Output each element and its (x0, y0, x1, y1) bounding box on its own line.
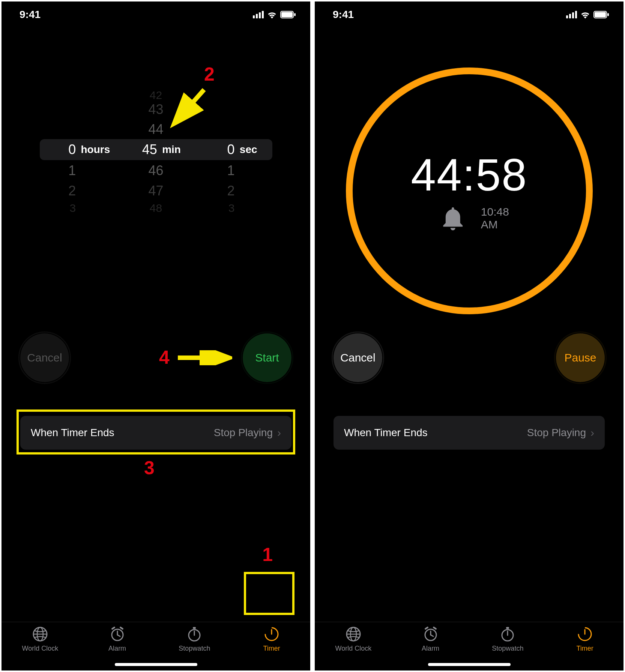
picker-hours[interactable]: 0 hours 1 2 3 (40, 88, 117, 212)
svg-rect-32 (506, 627, 509, 629)
tab-world-clock[interactable]: World Clock (2, 626, 79, 670)
globe-icon (32, 626, 48, 642)
svg-rect-15 (193, 627, 196, 629)
screenshot-right: 9:41 44:58 10:48 AM Cancel Pause When Ti… (315, 2, 623, 670)
cellular-icon (566, 11, 577, 18)
svg-line-27 (431, 635, 433, 636)
status-bar: 9:41 (2, 2, 310, 28)
globe-icon (345, 626, 362, 642)
tab-timer[interactable]: Timer (546, 626, 623, 670)
picker-hours-label: hours (81, 144, 110, 156)
svg-line-29 (434, 627, 436, 629)
annotation-1: 1 (262, 544, 273, 566)
tab-timer[interactable]: Timer (233, 626, 310, 670)
status-time: 9:41 (333, 9, 354, 21)
picker-minutes-selected: 45 (117, 139, 195, 160)
picker-seconds-label: sec (240, 144, 257, 156)
svg-line-11 (112, 627, 114, 629)
battery-icon (593, 11, 609, 18)
cancel-button: Cancel (20, 333, 69, 382)
svg-rect-19 (595, 12, 606, 17)
stopwatch-icon (499, 626, 516, 642)
picker-minutes-label: min (162, 144, 181, 156)
annotation-box-1 (244, 572, 294, 615)
annotation-box-3 (17, 410, 295, 454)
svg-rect-20 (607, 13, 609, 16)
when-timer-ends-row[interactable]: When Timer Ends Stop Playing › (334, 416, 605, 450)
svg-line-12 (120, 627, 123, 629)
alarm-icon (109, 626, 126, 642)
ends-value: Stop Playing (527, 427, 586, 439)
home-indicator[interactable] (115, 663, 197, 666)
status-bar: 9:41 (315, 2, 623, 28)
annotation-arrow-4 (176, 350, 232, 365)
pause-button[interactable]: Pause (556, 333, 605, 382)
cancel-button[interactable]: Cancel (334, 333, 382, 382)
start-button[interactable]: Start (243, 333, 291, 382)
timer-icon (577, 626, 593, 642)
svg-rect-2 (294, 13, 296, 16)
svg-line-10 (117, 635, 120, 636)
annotation-3: 3 (144, 457, 155, 479)
countdown-time: 44:58 (411, 149, 527, 201)
chevron-right-icon: › (590, 426, 594, 439)
status-icons (566, 10, 609, 19)
alarm-icon (422, 626, 439, 642)
ends-label: When Timer Ends (344, 427, 428, 439)
svg-line-28 (425, 627, 428, 629)
stopwatch-icon (186, 626, 203, 642)
picker-seconds-selected: 0 (195, 139, 272, 160)
svg-rect-1 (281, 12, 293, 17)
annotation-2: 2 (204, 63, 215, 85)
time-picker[interactable]: 0 hours 1 2 3 42 43 44 45 min 46 47 48 (40, 88, 272, 212)
home-indicator[interactable] (428, 663, 511, 666)
countdown-ring: 44:58 10:48 AM (342, 63, 597, 318)
bell-icon (429, 204, 477, 233)
screenshot-left: 9:41 0 hours 1 2 3 42 4 (2, 2, 310, 670)
status-icons (253, 10, 296, 19)
annotation-4: 4 (159, 346, 170, 368)
cellular-icon (253, 11, 264, 18)
tab-world-clock[interactable]: World Clock (315, 626, 392, 670)
timer-icon (263, 626, 280, 642)
status-time: 9:41 (20, 9, 41, 21)
wifi-icon (580, 10, 590, 19)
annotation-arrow-2 (167, 86, 212, 131)
battery-icon (280, 11, 296, 18)
svg-line-3 (176, 90, 204, 122)
wifi-icon (267, 10, 277, 19)
end-time: 10:48 AM (429, 204, 509, 233)
